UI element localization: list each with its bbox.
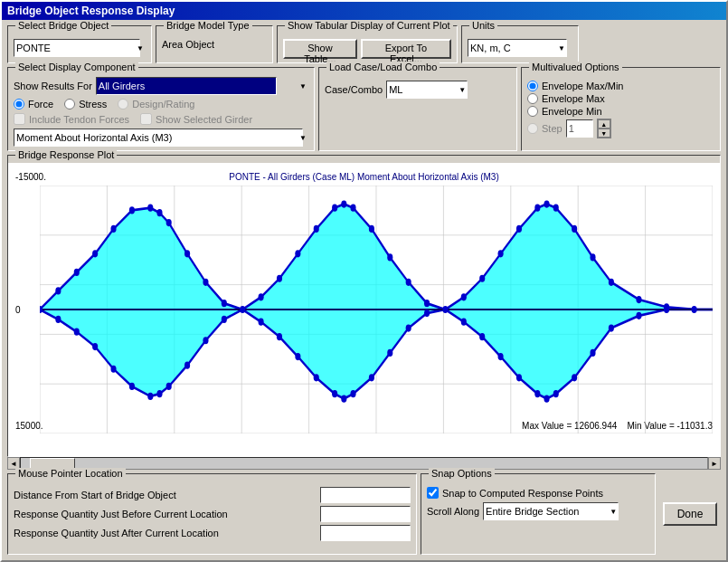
envelope-max-label: Envelope Max — [542, 93, 605, 104]
envelope-min-radio[interactable] — [527, 106, 538, 117]
snap-checkbox[interactable] — [427, 487, 439, 499]
multivalued-group: Multivalued Options Envelope Max/Min Env… — [521, 67, 721, 151]
svg-point-64 — [147, 393, 153, 400]
svg-point-25 — [110, 225, 116, 233]
moment-dropdown[interactable]: Moment About Horizontal Axis (M3) — [14, 129, 303, 147]
svg-point-38 — [332, 205, 337, 212]
svg-point-70 — [259, 319, 264, 326]
svg-point-40 — [350, 205, 355, 212]
svg-point-87 — [553, 390, 559, 397]
svg-point-69 — [222, 316, 227, 323]
svg-point-86 — [544, 395, 549, 403]
svg-point-78 — [387, 349, 392, 357]
load-case-label: Load Case/Load Combo — [326, 62, 440, 72]
svg-point-49 — [516, 225, 522, 233]
svg-point-48 — [498, 250, 504, 257]
envelope-max-radio[interactable] — [527, 93, 538, 104]
svg-point-82 — [479, 333, 485, 340]
svg-point-32 — [222, 300, 227, 307]
stress-label: Stress — [79, 99, 107, 110]
plot-svg — [40, 186, 713, 433]
done-area: Done — [659, 473, 721, 555]
step-spinner: ▲ ▼ — [597, 119, 611, 138]
svg-point-58 — [692, 306, 697, 313]
window-title: Bridge Object Response Display — [7, 5, 175, 17]
envelope-maxmin-radio[interactable] — [527, 81, 538, 91]
svg-point-89 — [590, 349, 595, 357]
svg-point-80 — [424, 310, 430, 317]
svg-point-62 — [110, 366, 116, 373]
units-label: Units — [469, 20, 497, 31]
svg-point-83 — [498, 353, 504, 360]
svg-point-92 — [664, 306, 669, 313]
response-before-input[interactable] — [320, 506, 411, 522]
tendon-forces-label: Include Tendon Forces — [29, 114, 129, 125]
svg-point-54 — [590, 253, 595, 261]
svg-point-24 — [92, 250, 98, 257]
case-combo-select[interactable]: ML — [386, 81, 468, 99]
tendon-forces-checkbox[interactable] — [14, 113, 25, 125]
svg-point-91 — [636, 312, 641, 319]
svg-point-75 — [341, 395, 346, 403]
svg-point-35 — [277, 275, 282, 282]
bridge-response-group: Bridge Response Plot -15000. 0 15000. Ma… — [7, 155, 721, 457]
units-group: Units KN, m, C — [461, 25, 579, 63]
svg-point-76 — [350, 390, 355, 397]
stress-radio[interactable] — [64, 99, 75, 110]
svg-point-30 — [184, 250, 190, 257]
svg-point-31 — [203, 279, 208, 286]
done-button[interactable]: Done — [663, 502, 717, 526]
force-radio[interactable] — [14, 99, 24, 110]
svg-point-68 — [203, 337, 208, 344]
bridge-model-value: Area Object — [162, 39, 214, 50]
snap-checkbox-label: Snap to Computed Response Points — [442, 488, 603, 499]
scroll-along-label: Scroll Along — [427, 506, 479, 517]
spinner-down[interactable]: ▼ — [598, 129, 610, 138]
step-radio[interactable] — [527, 123, 538, 134]
plot-value-top: -15000. — [15, 172, 46, 182]
select-display-group: Select Display Component Show Results Fo… — [7, 67, 315, 151]
bridge-object-select[interactable]: PONTE — [14, 39, 140, 57]
svg-point-85 — [534, 390, 540, 397]
svg-point-43 — [406, 279, 411, 286]
mouse-pointer-group: Mouse Pointer Location Distance From Sta… — [7, 473, 417, 555]
svg-point-61 — [92, 343, 98, 350]
units-select[interactable]: KN, m, C — [468, 39, 567, 57]
design-radio[interactable] — [118, 99, 128, 110]
svg-point-28 — [156, 209, 162, 216]
show-results-label: Show Results For — [14, 81, 92, 91]
show-tabular-label: Show Tabular Display of Current Plot — [285, 20, 453, 31]
svg-point-56 — [636, 296, 641, 303]
scroll-right-btn[interactable]: ► — [708, 457, 721, 470]
scroll-along-select[interactable]: Entire Bridge Section — [483, 502, 619, 520]
design-label: Design/Rating — [132, 99, 194, 110]
bridge-response-label: Bridge Response Plot — [15, 149, 117, 160]
plot-value-zero: 0 — [15, 305, 21, 315]
svg-point-90 — [609, 324, 614, 331]
plot-title: PONTE - All Girders (Case ML) Moment Abo… — [229, 172, 498, 182]
response-after-input[interactable] — [320, 525, 411, 541]
show-selected-checkbox[interactable] — [140, 113, 152, 125]
distance-input[interactable] — [320, 487, 411, 503]
svg-point-81 — [461, 319, 467, 326]
title-bar: Bridge Object Response Display — [2, 2, 726, 20]
svg-point-60 — [74, 329, 80, 336]
svg-point-44 — [424, 300, 430, 307]
show-results-select[interactable]: All Girders — [96, 77, 277, 95]
svg-point-37 — [314, 225, 319, 233]
step-input[interactable] — [566, 119, 593, 138]
force-label: Force — [28, 99, 53, 110]
svg-point-42 — [387, 253, 392, 261]
export-excel-button[interactable]: Export To Excel... — [361, 39, 451, 59]
spinner-up[interactable]: ▲ — [598, 119, 610, 129]
show-table-button[interactable]: Show Table... — [283, 39, 357, 59]
svg-point-33 — [240, 306, 245, 313]
main-window: Bridge Object Response Display Select Br… — [0, 0, 728, 562]
envelope-maxmin-label: Envelope Max/Min — [542, 81, 624, 91]
select-display-label: Select Display Component — [15, 62, 138, 72]
svg-point-77 — [369, 374, 374, 381]
svg-point-52 — [553, 205, 559, 212]
svg-point-51 — [544, 200, 549, 207]
svg-point-63 — [129, 383, 135, 390]
svg-point-22 — [55, 287, 61, 294]
